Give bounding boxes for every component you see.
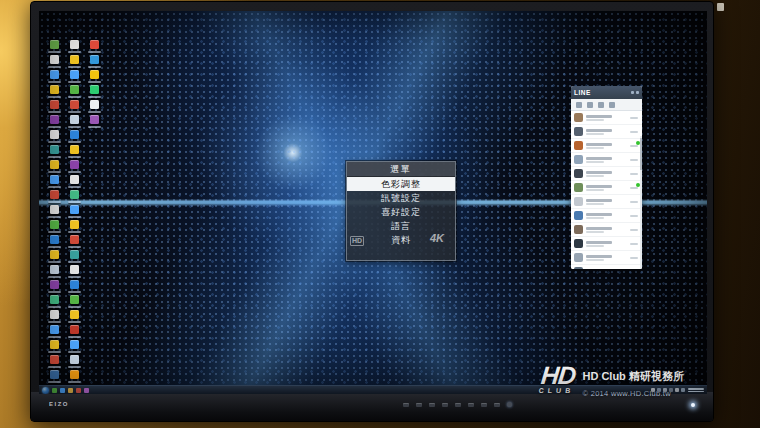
desktop-icon[interactable] <box>64 279 84 294</box>
line-chat-item[interactable] <box>571 195 642 209</box>
desktop-icon[interactable] <box>84 54 104 69</box>
monitor-button[interactable] <box>455 403 461 407</box>
scrollbar-thumb[interactable] <box>640 138 642 170</box>
desktop-icon[interactable] <box>64 99 84 114</box>
desktop-icon[interactable] <box>64 129 84 144</box>
desktop-icon[interactable] <box>44 99 64 114</box>
osd-menu-item[interactable]: 語言 <box>347 219 455 233</box>
monitor-button[interactable] <box>468 403 474 407</box>
desktop-icon[interactable] <box>64 189 84 204</box>
desktop-icon-label <box>68 291 81 293</box>
desktop-icon[interactable] <box>64 294 84 309</box>
line-chat-item[interactable] <box>571 265 642 269</box>
chat-name-placeholder <box>586 157 612 160</box>
chat-timestamp-placeholder <box>630 159 638 161</box>
quick-launch-icon[interactable] <box>76 388 81 393</box>
desktop-icon[interactable] <box>64 174 84 189</box>
line-chat-item[interactable] <box>571 167 642 181</box>
desktop-icon[interactable] <box>44 294 64 309</box>
desktop-icon[interactable] <box>44 354 64 369</box>
desktop-icon[interactable] <box>64 114 84 129</box>
desktop-icon[interactable] <box>64 204 84 219</box>
add-friend-icon[interactable] <box>598 102 604 108</box>
desktop-icon[interactable] <box>84 99 104 114</box>
desktop-icon[interactable] <box>44 129 64 144</box>
line-chat-item[interactable] <box>571 251 642 265</box>
line-chat-item[interactable] <box>571 181 642 195</box>
desktop-icon[interactable] <box>44 174 64 189</box>
desktop-icon[interactable] <box>84 114 104 129</box>
friends-icon[interactable] <box>576 102 582 108</box>
line-toolbar <box>571 99 642 111</box>
desktop-icon[interactable] <box>44 84 64 99</box>
desktop-icon[interactable] <box>64 339 84 354</box>
desktop-icon[interactable] <box>64 159 84 174</box>
quick-launch-icon[interactable] <box>68 388 73 393</box>
monitor-button[interactable] <box>442 403 448 407</box>
desktop-icon[interactable] <box>64 69 84 84</box>
close-icon[interactable] <box>636 91 639 94</box>
desktop-icon[interactable] <box>64 369 84 384</box>
line-chat-item[interactable] <box>571 223 642 237</box>
desktop-icon[interactable] <box>64 234 84 249</box>
desktop-icon[interactable] <box>44 279 64 294</box>
desktop-icon[interactable] <box>44 234 64 249</box>
monitor-button[interactable] <box>416 403 422 407</box>
line-chat-item[interactable] <box>571 139 642 153</box>
line-chat-item[interactable] <box>571 153 642 167</box>
osd-menu-item[interactable]: 喜好設定 <box>347 205 455 219</box>
monitor-button[interactable] <box>494 403 500 407</box>
monitor-button[interactable] <box>481 403 487 407</box>
line-chat-item[interactable] <box>571 111 642 125</box>
desktop-icon-label <box>88 96 101 98</box>
desktop-icon[interactable] <box>64 354 84 369</box>
desktop-icon[interactable] <box>44 69 64 84</box>
desktop-icon[interactable] <box>64 144 84 159</box>
desktop-icon[interactable] <box>64 219 84 234</box>
settings-icon[interactable] <box>609 102 615 108</box>
desktop-icon[interactable] <box>44 324 64 339</box>
chats-icon[interactable] <box>587 102 593 108</box>
desktop-icon[interactable] <box>44 39 64 54</box>
quick-launch-icon[interactable] <box>60 388 65 393</box>
desktop-icon[interactable] <box>44 264 64 279</box>
desktop-icon[interactable] <box>64 309 84 324</box>
chat-text-placeholder <box>586 227 612 233</box>
power-button[interactable] <box>507 402 512 407</box>
desktop-icon[interactable] <box>44 204 64 219</box>
desktop-icon[interactable] <box>84 84 104 99</box>
desktop-icon[interactable] <box>44 369 64 384</box>
desktop-icon[interactable] <box>44 189 64 204</box>
osd-menu-item[interactable]: 色彩調整 <box>347 177 455 191</box>
desktop-icon[interactable] <box>64 54 84 69</box>
desktop-icon[interactable] <box>84 39 104 54</box>
line-chat-item[interactable] <box>571 237 642 251</box>
quick-launch-icon[interactable] <box>84 388 89 393</box>
desktop-icon[interactable] <box>44 249 64 264</box>
desktop-icon[interactable] <box>44 144 64 159</box>
line-chat-item[interactable] <box>571 209 642 223</box>
desktop-icon[interactable] <box>64 264 84 279</box>
desktop-icon-image <box>50 160 59 169</box>
desktop-icon[interactable] <box>84 69 104 84</box>
chat-message-placeholder <box>586 217 604 219</box>
desktop-icon[interactable] <box>44 309 64 324</box>
line-scrollbar[interactable] <box>640 136 642 269</box>
desktop-icon[interactable] <box>44 114 64 129</box>
quick-launch-icon[interactable] <box>52 388 57 393</box>
monitor-button[interactable] <box>429 403 435 407</box>
line-chat-item[interactable] <box>571 125 642 139</box>
desktop-icon[interactable] <box>64 84 84 99</box>
desktop-icon[interactable] <box>44 339 64 354</box>
start-button[interactable] <box>42 387 49 394</box>
desktop-icon[interactable] <box>64 249 84 264</box>
desktop-icon[interactable] <box>64 324 84 339</box>
taskbar-clock[interactable] <box>688 387 704 394</box>
minimize-icon[interactable] <box>631 91 634 94</box>
monitor-button[interactable] <box>403 403 409 407</box>
osd-menu-item[interactable]: 訊號設定 <box>347 191 455 205</box>
desktop-icon[interactable] <box>64 39 84 54</box>
desktop-icon[interactable] <box>44 159 64 174</box>
desktop-icon[interactable] <box>44 54 64 69</box>
desktop-icon[interactable] <box>44 219 64 234</box>
